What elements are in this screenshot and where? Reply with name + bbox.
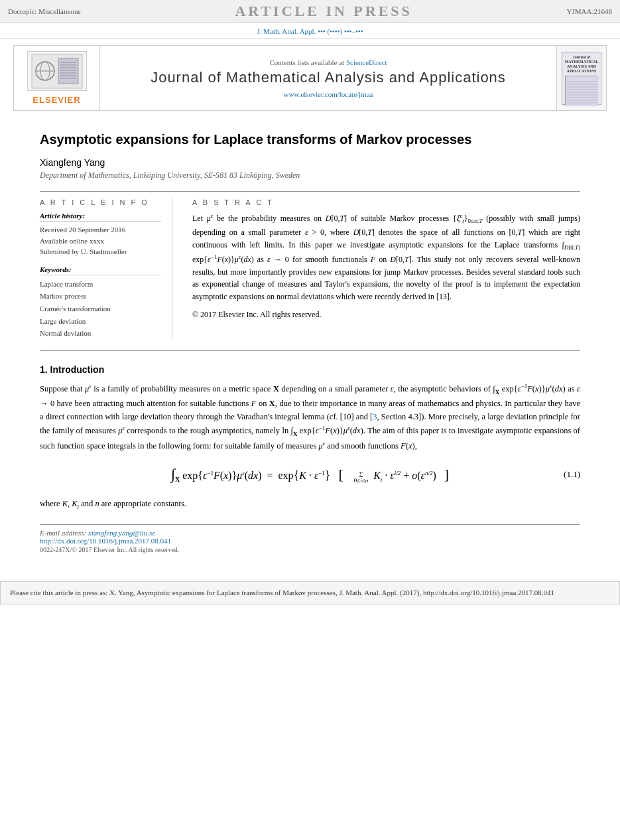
keyword-5: Normal deviation	[40, 327, 161, 340]
email-link[interactable]: xiangfeng.yang@liu.se	[88, 529, 155, 537]
article-info-header: A R T I C L E I N F O	[40, 198, 161, 206]
author-name: Xiangfeng Yang	[40, 157, 580, 168]
yjmaa-label: YJMAA:21648	[567, 7, 612, 15]
submitted-by: Submitted by U. Stadtmueller	[40, 246, 161, 257]
divider-1	[40, 191, 580, 192]
paper-title: Asymptotic expansions for Laplace transf…	[40, 131, 580, 148]
intro-paragraph-1: Suppose that με is a family of probabili…	[40, 382, 580, 453]
section-number: 1.	[40, 364, 48, 375]
article-info-abstract: A R T I C L E I N F O Article history: R…	[40, 198, 580, 340]
equation-number: (1.1)	[564, 469, 580, 480]
article-in-press-label: ARTICLE IN PRESS	[235, 3, 412, 20]
thumb-cover: Journal ofMATHEMATICALANALYSIS ANDAPPLIC…	[562, 52, 601, 105]
abstract-column: A B S T R A C T Let με be the probabilit…	[192, 198, 580, 340]
received-date: Received 20 September 2016	[40, 224, 161, 236]
keywords-section: Keywords: Laplace transform Markov proce…	[40, 265, 161, 340]
section-label: Introduction	[50, 364, 105, 375]
top-bar: Doctopic: Miscellaneous ARTICLE IN PRESS…	[0, 0, 620, 23]
citation-line: J. Math. Anal. Appl. ••• (••••) •••–•••	[0, 23, 620, 38]
footnote-section: E-mail address: xiangfeng.yang@liu.se ht…	[40, 524, 580, 553]
contents-prefix: Contents lists available at	[269, 58, 344, 66]
journal-thumbnail: Journal ofMATHEMATICALANALYSIS ANDAPPLIC…	[556, 46, 606, 110]
keyword-2: Markov process	[40, 290, 161, 303]
copyright-line: 0022-247X/© 2017 Elsevier Inc. All right…	[40, 546, 580, 553]
history-label: Article history:	[40, 212, 161, 222]
keyword-1: Laplace transform	[40, 278, 161, 291]
journal-url-link[interactable]: www.elsevier.com/locate/jmaa	[284, 90, 373, 98]
article-info-column: A R T I C L E I N F O Article history: R…	[40, 198, 172, 340]
keyword-4: Large deviation	[40, 315, 161, 328]
affiliation: Department of Mathematics, Linköping Uni…	[40, 171, 580, 180]
section-1-title: 1. Introduction	[40, 364, 580, 375]
doi-link[interactable]: http://dx.doi.org/10.1016/j.jmaa.2017.08…	[40, 537, 171, 545]
keywords-label: Keywords:	[40, 265, 161, 275]
logo-image	[27, 51, 87, 91]
journal-center: Contents lists available at ScienceDirec…	[100, 46, 556, 110]
abstract-text: Let με be the probability measures on D[…	[192, 212, 580, 303]
article-history: Article history: Received 20 September 2…	[40, 212, 161, 257]
doi-line: http://dx.doi.org/10.1016/j.jmaa.2017.08…	[40, 537, 580, 545]
journal-logo: ELSEVIER	[14, 46, 100, 110]
equation-1-1: ∫X exp{ε−1F(x)}με(dx) = exp{K · ε−1} [ ∑…	[40, 466, 580, 483]
available-online: Available online xxxx	[40, 236, 161, 247]
bottom-citation-bar: Please cite this article in press as: X.…	[0, 581, 620, 604]
intro-paragraph-2: where K, Ki and n are appropriate consta…	[40, 497, 580, 512]
abstract-copyright: © 2017 Elsevier Inc. All rights reserved…	[192, 309, 580, 321]
journal-header: ELSEVIER Contents lists available at Sci…	[13, 45, 607, 111]
email-label: E-mail address:	[40, 529, 86, 537]
email-line: E-mail address: xiangfeng.yang@liu.se	[40, 529, 580, 537]
ref-3-link[interactable]: 3	[373, 412, 377, 421]
doctopic-label: Doctopic: Miscellaneous	[8, 7, 81, 15]
keyword-3: Cramér's transformation	[40, 303, 161, 315]
sciencedirect-link[interactable]: ScienceDirect	[346, 58, 387, 66]
main-content: Asymptotic expansions for Laplace transf…	[0, 117, 620, 571]
journal-title: Journal of Mathematical Analysis and App…	[151, 69, 506, 86]
svg-rect-12	[566, 76, 599, 106]
abstract-header: A B S T R A C T	[192, 198, 580, 206]
bottom-citation-text: Please cite this article in press as: X.…	[10, 589, 554, 596]
contents-list: Contents lists available at ScienceDirec…	[269, 58, 387, 66]
elsevier-logo-text: ELSEVIER	[32, 95, 80, 105]
equation-content: ∫X exp{ε−1F(x)}με(dx) = exp{K · ε−1} [ ∑…	[171, 466, 449, 483]
divider-2	[40, 350, 580, 351]
citation-text: J. Math. Anal. Appl. ••• (••••) •••–•••	[257, 27, 363, 35]
